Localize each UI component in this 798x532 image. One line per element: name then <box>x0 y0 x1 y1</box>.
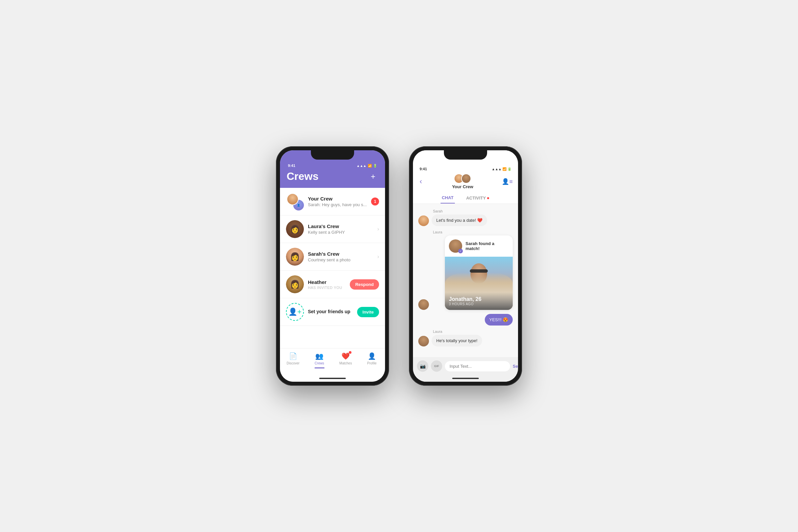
heather-info: Heather HAS INVITED YOU <box>308 279 346 290</box>
crews-title: Crews <box>287 170 319 183</box>
notch-left <box>311 150 354 159</box>
sarahs-crew-sub: Courtney sent a photo <box>308 258 374 262</box>
chat-header-top: ‹ Your Crew 👤≡ <box>418 174 513 189</box>
match-card-title: Sarah found a match! <box>466 241 509 251</box>
lauras-crew-chevron: › <box>377 226 379 232</box>
heather-avatar: 👩 <box>286 275 304 293</box>
send-button[interactable]: Send <box>513 364 518 369</box>
crews-label: Crews <box>315 361 324 365</box>
home-bar-line-right <box>452 378 479 379</box>
matches-label: Matches <box>340 361 352 365</box>
nav-item-discover[interactable]: 📄 Discover <box>280 352 306 365</box>
sarahs-crew-name: Sarah's Crew <box>308 251 374 257</box>
crews-active-indicator <box>315 367 324 368</box>
msg-group-4: Laura He's totally your type! <box>418 329 513 346</box>
crew-item-set-friends[interactable]: 👤+ Set your friends up Invite <box>280 298 385 326</box>
msg-bubble-4: He's totally your type! <box>432 335 482 346</box>
your-crew-avatar: 👤 <box>286 192 304 210</box>
status-icons-right: ▲▲▲ 📶 🔋 <box>492 167 511 171</box>
your-crew-info: Your Crew Sarah: Hey guys, have you s... <box>308 196 367 207</box>
msg-text-1: Let's find you a date! ❤️ <box>436 218 482 223</box>
nav-item-crews[interactable]: 👥 Crews <box>306 352 332 368</box>
match-card-header: ✓ Sarah found a match! <box>445 235 513 257</box>
msg-row-4: He's totally your type! <box>418 335 513 346</box>
profile-icon: 👤 <box>368 352 376 360</box>
crew-item-heather[interactable]: 👩 Heather HAS INVITED YOU Respond <box>280 271 385 298</box>
chat-menu-button[interactable]: 👤≡ <box>502 178 513 185</box>
chat-input-field[interactable] <box>445 361 510 372</box>
chat-title-center: Your Crew <box>452 174 473 189</box>
msg-sender-laura: Laura <box>418 230 513 234</box>
matches-notification-dot <box>349 351 352 354</box>
camera-button[interactable]: 📷 <box>417 360 428 372</box>
left-phone: 9:41 ▲▲▲ 📶 🔋 Crews + <box>276 146 389 386</box>
match-name: Jonathan, 26 <box>449 296 509 302</box>
chat-crew-name: Your Crew <box>452 184 473 189</box>
your-crew-name: Your Crew <box>308 196 367 202</box>
msg-text-3: YES!!! 😍 <box>490 317 508 322</box>
nav-item-profile[interactable]: 👤 Profile <box>359 352 385 365</box>
sarahs-crew-avatar: 👩 <box>286 248 304 266</box>
tab-chat[interactable]: CHAT <box>440 192 455 204</box>
right-phone: 9:41 ▲▲▲ 📶 🔋 ‹ Your Crew 👤≡ CH <box>409 146 522 386</box>
set-friends-info: Set your friends up <box>308 309 353 315</box>
status-icons-left: ▲▲▲ 📶 🔋 <box>357 164 377 168</box>
msg-bubble-1: Let's find you a date! ❤️ <box>432 214 487 226</box>
crews-icon: 👥 <box>315 352 324 360</box>
matches-icon: ❤️ <box>341 352 350 360</box>
heather-name: Heather <box>308 279 346 285</box>
msg-text-4: He's totally your type! <box>436 338 477 343</box>
crew-item-sarahs-crew[interactable]: 👩 Sarah's Crew Courtney sent a photo › <box>280 243 385 271</box>
add-crew-button[interactable]: + <box>368 171 378 182</box>
lauras-crew-name: Laura's Crew <box>308 224 374 229</box>
profile-label: Profile <box>367 361 376 365</box>
chat-input-bar: 📷 GIF Send <box>413 357 518 375</box>
crews-list: 👤 Your Crew Sarah: Hey guys, have you s.… <box>280 188 385 348</box>
heather-sub: HAS INVITED YOU <box>308 286 346 290</box>
tab-activity[interactable]: ACTIVITY <box>465 192 491 204</box>
notch-right <box>444 150 487 159</box>
lauras-crew-avatar: 👩 <box>286 220 304 238</box>
respond-button[interactable]: Respond <box>350 279 379 290</box>
invite-button[interactable]: Invite <box>357 307 379 317</box>
discover-icon: 📄 <box>289 352 298 360</box>
your-crew-badge: 1 <box>371 197 379 206</box>
match-photo-overlay: Jonathan, 26 3 HOURS AGO <box>445 292 513 310</box>
set-friends-icon: 👤+ <box>286 303 304 321</box>
status-time-left: 9:41 <box>288 164 295 168</box>
sarahs-crew-info: Sarah's Crew Courtney sent a photo <box>308 251 374 262</box>
gif-button[interactable]: GIF <box>431 360 442 372</box>
nav-item-matches[interactable]: ❤️ Matches <box>332 352 359 365</box>
msg-sender-sarah: Sarah <box>418 209 513 213</box>
man-sunglasses <box>470 269 488 273</box>
home-bar-left <box>280 375 385 382</box>
msg-sender-laura2: Laura <box>418 329 513 334</box>
status-time-right: 9:41 <box>420 167 427 171</box>
match-card[interactable]: ✓ Sarah found a match! <box>445 235 513 310</box>
set-friends-name: Set your friends up <box>308 309 353 314</box>
back-button[interactable]: ‹ <box>418 176 423 187</box>
bottom-nav: 📄 Discover 👥 Crews ❤️ Matches 👤 Profile <box>280 348 385 375</box>
verified-badge: ✓ <box>458 249 463 253</box>
home-bar-right <box>413 375 518 382</box>
lauras-crew-sub: Kelly sent a GIPHY <box>308 230 374 235</box>
msg-group-3: YES!!! 😍 <box>418 314 513 325</box>
match-time: 3 HOURS AGO <box>449 302 509 306</box>
activity-dot <box>487 197 489 199</box>
msg-row-1: Let's find you a date! ❤️ <box>418 214 513 226</box>
your-crew-sub: Sarah: Hey guys, have you s... <box>308 202 367 207</box>
crew-item-your-crew[interactable]: 👤 Your Crew Sarah: Hey guys, have you s.… <box>280 188 385 215</box>
laura-msg-avatar <box>418 299 429 310</box>
home-bar-line-left <box>319 378 346 379</box>
msg-row-3: YES!!! 😍 <box>418 314 513 325</box>
chat-tabs: CHAT ACTIVITY <box>418 192 513 204</box>
msg-group-1: Sarah Let's find you a date! ❤️ <box>418 209 513 226</box>
sarah-msg-avatar <box>418 215 429 226</box>
laura-msg-avatar-2 <box>418 336 429 346</box>
msg-bubble-3: YES!!! 😍 <box>485 314 513 325</box>
msg-row-2: ✓ Sarah found a match! <box>418 235 513 310</box>
sarahs-crew-chevron: › <box>377 254 379 260</box>
msg-group-2: Laura ✓ Sarah found a match! <box>418 230 513 310</box>
crew-item-lauras-crew[interactable]: 👩 Laura's Crew Kelly sent a GIPHY › <box>280 215 385 243</box>
match-photo: Jonathan, 26 3 HOURS AGO <box>445 257 513 310</box>
